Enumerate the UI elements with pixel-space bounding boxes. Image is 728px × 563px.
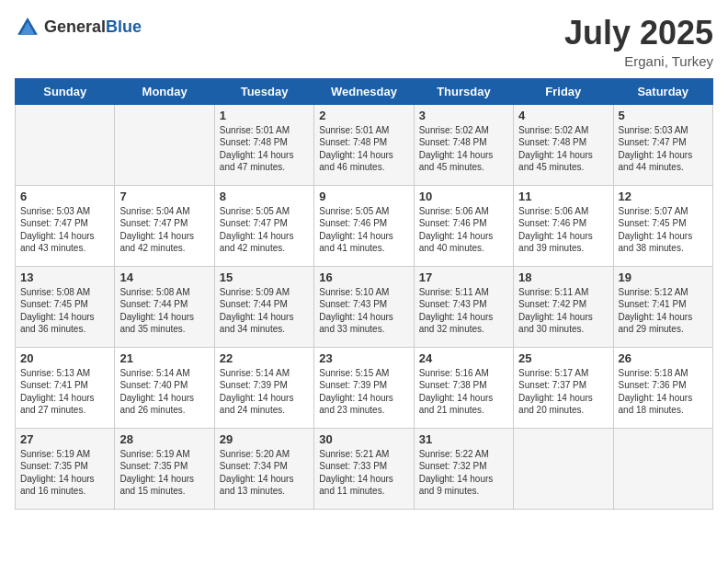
calendar-cell: 16Sunrise: 5:10 AMSunset: 7:43 PMDayligh… (314, 266, 414, 347)
sunrise-text: Sunrise: 5:13 AM (20, 367, 109, 380)
daylight-text: Daylight: 14 hours and 26 minutes. (119, 392, 209, 417)
calendar-cell: 18Sunrise: 5:11 AMSunset: 7:42 PMDayligh… (514, 266, 613, 347)
title-block: July 2025 Ergani, Turkey (564, 15, 713, 69)
sunrise-text: Sunrise: 5:09 AM (220, 286, 309, 299)
daylight-text: Daylight: 14 hours and 15 minutes. (119, 473, 209, 498)
daylight-text: Daylight: 14 hours and 41 minutes. (319, 230, 408, 255)
sunrise-text: Sunrise: 5:19 AM (119, 448, 209, 461)
cell-content: Sunrise: 5:03 AMSunset: 7:47 PMDaylight:… (20, 205, 109, 255)
cell-content: Sunrise: 5:22 AMSunset: 7:32 PMDaylight:… (419, 448, 508, 498)
cell-content: Sunrise: 5:21 AMSunset: 7:33 PMDaylight:… (319, 448, 408, 498)
daylight-text: Daylight: 14 hours and 24 minutes. (220, 392, 309, 417)
cell-content: Sunrise: 5:08 AMSunset: 7:45 PMDaylight:… (20, 286, 109, 336)
sunset-text: Sunset: 7:47 PM (220, 217, 309, 230)
cell-content: Sunrise: 5:07 AMSunset: 7:45 PMDaylight:… (619, 205, 708, 255)
sunrise-text: Sunrise: 5:18 AM (619, 367, 708, 380)
cell-content: Sunrise: 5:14 AMSunset: 7:40 PMDaylight:… (119, 367, 209, 417)
calendar-cell: 15Sunrise: 5:09 AMSunset: 7:44 PMDayligh… (214, 266, 313, 347)
day-header-thursday: Thursday (414, 78, 513, 104)
daylight-text: Daylight: 14 hours and 42 minutes. (119, 230, 209, 255)
logo-icon (15, 15, 40, 40)
calendar-cell: 9Sunrise: 5:05 AMSunset: 7:46 PMDaylight… (314, 185, 414, 266)
daylight-text: Daylight: 14 hours and 39 minutes. (518, 230, 608, 255)
day-number: 13 (20, 270, 109, 284)
sunset-text: Sunset: 7:48 PM (518, 136, 608, 149)
sunset-text: Sunset: 7:36 PM (619, 379, 708, 392)
location: Ergani, Turkey (564, 53, 713, 69)
calendar-cell: 20Sunrise: 5:13 AMSunset: 7:41 PMDayligh… (16, 347, 115, 428)
daylight-text: Daylight: 14 hours and 16 minutes. (20, 473, 109, 498)
calendar-cell: 29Sunrise: 5:20 AMSunset: 7:34 PMDayligh… (214, 428, 313, 509)
day-number: 12 (619, 190, 708, 203)
sunrise-text: Sunrise: 5:16 AM (419, 367, 508, 380)
daylight-text: Daylight: 14 hours and 20 minutes. (518, 392, 608, 417)
daylight-text: Daylight: 14 hours and 43 minutes. (20, 230, 109, 255)
cell-content: Sunrise: 5:06 AMSunset: 7:46 PMDaylight:… (518, 205, 608, 255)
day-header-sunday: Sunday (16, 78, 115, 104)
sunset-text: Sunset: 7:45 PM (619, 217, 708, 230)
week-row-5: 27Sunrise: 5:19 AMSunset: 7:35 PMDayligh… (16, 428, 713, 509)
sunset-text: Sunset: 7:42 PM (518, 298, 608, 311)
sunset-text: Sunset: 7:44 PM (220, 298, 309, 311)
daylight-text: Daylight: 14 hours and 9 minutes. (419, 473, 508, 498)
week-row-2: 6Sunrise: 5:03 AMSunset: 7:47 PMDaylight… (16, 185, 713, 266)
calendar-cell: 4Sunrise: 5:02 AMSunset: 7:48 PMDaylight… (514, 104, 613, 185)
cell-content: Sunrise: 5:05 AMSunset: 7:46 PMDaylight:… (319, 205, 408, 255)
sunrise-text: Sunrise: 5:11 AM (518, 286, 608, 299)
sunrise-text: Sunrise: 5:11 AM (419, 286, 508, 299)
day-number: 10 (419, 190, 508, 203)
day-number: 23 (319, 351, 408, 365)
sunrise-text: Sunrise: 5:20 AM (220, 448, 309, 461)
calendar-cell: 26Sunrise: 5:18 AMSunset: 7:36 PMDayligh… (613, 347, 712, 428)
sunset-text: Sunset: 7:46 PM (518, 217, 608, 230)
sunrise-text: Sunrise: 5:08 AM (119, 286, 209, 299)
day-header-wednesday: Wednesday (314, 78, 414, 104)
cell-content: Sunrise: 5:01 AMSunset: 7:48 PMDaylight:… (220, 124, 309, 174)
cell-content: Sunrise: 5:16 AMSunset: 7:38 PMDaylight:… (419, 367, 508, 417)
logo: GeneralBlue (15, 15, 142, 40)
day-number: 15 (220, 270, 309, 284)
cell-content: Sunrise: 5:12 AMSunset: 7:41 PMDaylight:… (619, 286, 708, 336)
calendar-cell: 7Sunrise: 5:04 AMSunset: 7:47 PMDaylight… (115, 185, 214, 266)
calendar-cell: 19Sunrise: 5:12 AMSunset: 7:41 PMDayligh… (613, 266, 712, 347)
calendar-cell: 22Sunrise: 5:14 AMSunset: 7:39 PMDayligh… (214, 347, 313, 428)
daylight-text: Daylight: 14 hours and 33 minutes. (319, 311, 408, 336)
cell-content: Sunrise: 5:11 AMSunset: 7:43 PMDaylight:… (419, 286, 508, 336)
sunset-text: Sunset: 7:46 PM (319, 217, 408, 230)
day-number: 2 (319, 109, 408, 122)
day-number: 16 (319, 270, 408, 284)
day-number: 28 (119, 432, 209, 446)
calendar-table: SundayMondayTuesdayWednesdayThursdayFrid… (15, 78, 713, 510)
sunset-text: Sunset: 7:37 PM (518, 379, 608, 392)
cell-content: Sunrise: 5:02 AMSunset: 7:48 PMDaylight:… (518, 124, 608, 174)
sunrise-text: Sunrise: 5:08 AM (20, 286, 109, 299)
cell-content: Sunrise: 5:06 AMSunset: 7:46 PMDaylight:… (419, 205, 508, 255)
day-number: 7 (119, 190, 209, 203)
week-row-3: 13Sunrise: 5:08 AMSunset: 7:45 PMDayligh… (16, 266, 713, 347)
day-header-saturday: Saturday (613, 78, 712, 104)
calendar-cell (514, 428, 613, 509)
day-number: 20 (20, 351, 109, 365)
sunset-text: Sunset: 7:48 PM (220, 136, 309, 149)
sunrise-text: Sunrise: 5:19 AM (20, 448, 109, 461)
calendar-cell: 28Sunrise: 5:19 AMSunset: 7:35 PMDayligh… (115, 428, 214, 509)
calendar-cell: 27Sunrise: 5:19 AMSunset: 7:35 PMDayligh… (16, 428, 115, 509)
sunrise-text: Sunrise: 5:02 AM (518, 124, 608, 137)
week-row-4: 20Sunrise: 5:13 AMSunset: 7:41 PMDayligh… (16, 347, 713, 428)
sunrise-text: Sunrise: 5:01 AM (220, 124, 309, 137)
week-row-1: 1Sunrise: 5:01 AMSunset: 7:48 PMDaylight… (16, 104, 713, 185)
calendar-cell (115, 104, 214, 185)
sunrise-text: Sunrise: 5:14 AM (119, 367, 209, 380)
calendar-cell: 14Sunrise: 5:08 AMSunset: 7:44 PMDayligh… (115, 266, 214, 347)
daylight-text: Daylight: 14 hours and 11 minutes. (319, 473, 408, 498)
sunset-text: Sunset: 7:41 PM (619, 298, 708, 311)
daylight-text: Daylight: 14 hours and 21 minutes. (419, 392, 508, 417)
sunrise-text: Sunrise: 5:04 AM (119, 205, 209, 218)
sunset-text: Sunset: 7:38 PM (419, 379, 508, 392)
day-number: 26 (619, 351, 708, 365)
cell-content: Sunrise: 5:14 AMSunset: 7:39 PMDaylight:… (220, 367, 309, 417)
sunset-text: Sunset: 7:43 PM (419, 298, 508, 311)
sunrise-text: Sunrise: 5:15 AM (319, 367, 408, 380)
sunset-text: Sunset: 7:34 PM (220, 460, 309, 473)
day-number: 1 (220, 109, 309, 122)
